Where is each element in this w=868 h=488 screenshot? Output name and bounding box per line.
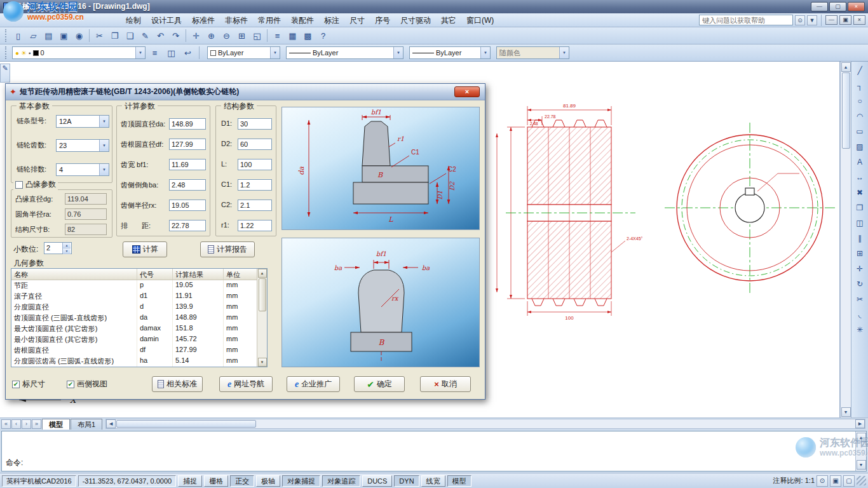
array-tool-icon[interactable]: ⊞	[853, 247, 867, 261]
chevron-down-icon[interactable]: ▼	[480, 47, 490, 58]
move-tool-icon[interactable]: ✛	[853, 262, 867, 276]
toggle-polar[interactable]: 极轴	[256, 475, 280, 487]
maximize-button[interactable]: ▢	[829, 2, 846, 11]
plot-icon[interactable]: ▣	[57, 29, 71, 43]
toggle-dyn[interactable]: DYN	[394, 475, 419, 487]
menu-draw[interactable]: 绘制	[121, 13, 146, 27]
undo-icon[interactable]: ↶	[153, 29, 168, 43]
command-history[interactable]: 命令: ▲ ▼	[1, 431, 867, 471]
menu-window[interactable]: 窗口(W)	[461, 13, 499, 27]
flange-checkbox[interactable]: 凸缘参数	[13, 179, 58, 190]
toggle-grid[interactable]: 栅格	[204, 475, 228, 487]
checkbox-box[interactable]: ✔	[12, 381, 20, 388]
zoom-out-icon[interactable]: ⊖	[219, 29, 234, 43]
workspace-switch-icon[interactable]: ▣	[830, 475, 841, 487]
root-diameter-field[interactable]: 127.99	[169, 139, 206, 150]
cut-icon[interactable]: ✂	[92, 29, 107, 43]
annotation-scale-label[interactable]: 注释比例: 1:1	[773, 476, 815, 485]
table-row[interactable]: 分度圆直径d139.9mm	[11, 302, 257, 313]
toolbar-grip[interactable]	[5, 46, 8, 59]
flange-diameter-field[interactable]: 119.04	[65, 193, 107, 205]
search-icon[interactable]: ⊙	[795, 15, 805, 25]
pan-icon[interactable]: ✛	[189, 29, 203, 43]
copy-tool-icon[interactable]: ❐	[853, 201, 867, 215]
dialog-close-button[interactable]: ×	[454, 86, 480, 97]
table-row[interactable]: 齿根圆直径df127.99mm	[11, 345, 257, 356]
dialog-title-bar[interactable]: ✦ 短节距传动用精密滚子链轮(GB/T 1243-2006)(单侧轮毂实心链轮)…	[6, 84, 485, 100]
menu-assembly-parts[interactable]: 装配件	[286, 13, 319, 27]
erase-tool-icon[interactable]: ✖	[853, 186, 867, 200]
layer-manager-icon[interactable]: ≡	[270, 29, 285, 43]
r1-field[interactable]: 1.22	[238, 220, 272, 231]
calc-report-button[interactable]: 计算报告	[200, 241, 255, 257]
help-icon[interactable]: ?	[316, 29, 330, 43]
annotation-visibility-icon[interactable]: ⊙	[817, 475, 828, 487]
d2-field[interactable]: 60	[238, 139, 272, 150]
color-select[interactable]: ByLayer ▼	[207, 46, 280, 59]
properties-icon[interactable]: ▦	[285, 29, 300, 43]
toggle-otrack[interactable]: 对象追踪	[322, 475, 360, 487]
menu-serial[interactable]: 序号	[370, 13, 395, 27]
draw-dimensions-checkbox[interactable]: ✔ 标尺寸	[12, 379, 45, 390]
redo-icon[interactable]: ↷	[168, 29, 183, 43]
scrollbar-thumb[interactable]	[842, 72, 850, 149]
c2-field[interactable]: 2.1	[238, 200, 272, 211]
enterprise-promo-button[interactable]: e 企业推广	[287, 376, 340, 392]
arc-tool-icon[interactable]: ◠	[853, 109, 867, 123]
chevron-down-icon[interactable]: ▼	[270, 47, 280, 58]
chevron-down-icon[interactable]: ▼	[393, 47, 403, 58]
scrollbar-thumb[interactable]	[259, 278, 266, 311]
chevron-down-icon[interactable]: ▼	[99, 164, 109, 175]
menu-dim-drive[interactable]: 尺寸驱动	[395, 13, 436, 27]
menu-dimension[interactable]: 尺寸	[344, 13, 370, 27]
dimension-tool-icon[interactable]: ↔	[853, 170, 867, 184]
close-button[interactable]: ×	[848, 2, 865, 11]
website-nav-button[interactable]: ✎e 网址导航	[219, 376, 273, 392]
mirror-tool-icon[interactable]: ◫	[853, 216, 867, 230]
chevron-down-icon[interactable]: ▼	[99, 116, 109, 127]
line-tool-icon[interactable]: ╱	[853, 64, 867, 78]
calculate-button[interactable]: 计算	[123, 241, 167, 257]
command-prompt[interactable]: 命令:	[6, 458, 23, 468]
scroll-down-icon[interactable]: ▼	[857, 460, 866, 470]
checkbox-box[interactable]: ✔	[67, 381, 74, 388]
layer-select[interactable]: ● ☀ ▪ 0 ▼	[12, 46, 146, 59]
table-row[interactable]: 最小齿顶圆直径 (其它齿形)damin145.72mm	[11, 334, 257, 345]
canvas-horizontal-scrollbar[interactable]: ◀ ▶	[105, 419, 865, 429]
tab-model[interactable]: 模型	[42, 419, 70, 430]
d1-field[interactable]: 30	[238, 118, 272, 130]
make-object-layer-icon[interactable]: ◫	[164, 46, 179, 60]
toggle-lineweight[interactable]: 线宽	[421, 475, 445, 487]
layer-properties-icon[interactable]: ≡	[147, 46, 162, 60]
table-row[interactable]: 滚子直径d111.91mm	[11, 291, 257, 302]
table-row[interactable]: 最大齿顶圆直径 (其它齿形)damax151.8mm	[11, 323, 257, 334]
match-properties-icon[interactable]: ✎	[138, 29, 153, 43]
help-search-input[interactable]	[699, 15, 793, 25]
paste-icon[interactable]: ❑	[123, 29, 137, 43]
canvas-vertical-scrollbar[interactable]: ▲ ▼	[840, 62, 851, 417]
first-tab-icon[interactable]: «	[1, 419, 11, 429]
toggle-ducs[interactable]: DUCS	[362, 475, 392, 487]
scroll-down-icon[interactable]: ▼	[258, 358, 267, 367]
table-scrollbar[interactable]: ▲ ▼	[257, 269, 267, 367]
chevron-down-icon[interactable]: ▼	[99, 140, 109, 151]
zoom-extents-icon[interactable]: ◱	[250, 29, 264, 43]
text-tool-icon[interactable]: A	[853, 155, 867, 169]
mdi-close-button[interactable]: ×	[853, 15, 865, 25]
menu-annotate[interactable]: 标注	[319, 13, 344, 27]
cancel-button[interactable]: × 取消	[420, 376, 471, 392]
table-row[interactable]: 齿顶圆直径 (三圆弧-直线齿形)da148.89mm	[11, 313, 257, 323]
zoom-window-icon[interactable]: ⊞	[234, 29, 249, 43]
resize-grip[interactable]	[857, 476, 866, 485]
offset-tool-icon[interactable]: ∥	[853, 231, 867, 245]
scroll-right-icon[interactable]: ▶	[855, 419, 865, 428]
clean-screen-icon[interactable]: ▢	[843, 475, 855, 487]
scrollbar-thumb[interactable]	[116, 420, 256, 428]
row-pitch-field[interactable]: 22.78	[169, 220, 206, 231]
scroll-up-icon[interactable]: ▲	[258, 269, 267, 278]
lineweight-select[interactable]: ByLayer ▼	[409, 46, 491, 59]
menu-common-parts[interactable]: 常用件	[253, 13, 286, 27]
draw-side-view-checkbox[interactable]: ✔ 画侧视图	[67, 379, 107, 390]
circle-tool-icon[interactable]: ○	[853, 94, 867, 108]
menu-standard-parts[interactable]: 标准件	[187, 13, 220, 27]
